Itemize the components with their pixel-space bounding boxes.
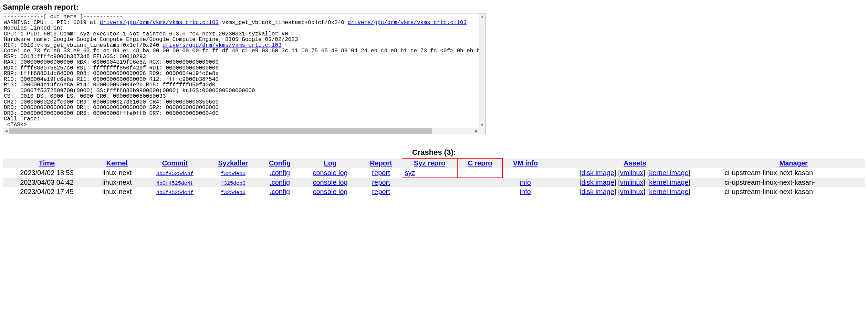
col-manager: Manager: [722, 159, 865, 168]
cell-c-repro: [457, 178, 502, 187]
cell-time: 2023/04/03 04:42: [3, 178, 91, 187]
report-link[interactable]: report: [372, 169, 390, 176]
col-vm-info: VM info: [503, 159, 548, 168]
cell-manager: ci-upstream-linux-next-kasan-: [722, 168, 865, 178]
asset-kernel-image-link[interactable]: kernel image: [649, 169, 689, 176]
col-assets: Assets: [548, 159, 722, 168]
cell-syz-repro: [402, 178, 457, 187]
col-config: Config: [259, 159, 300, 168]
cell-config: .config: [259, 178, 300, 187]
syzkaller-link[interactable]: f325deb0: [221, 190, 245, 196]
crashes-table: Time Kernel Commit Syzkaller Config Log …: [3, 158, 865, 196]
cell-time: 2023/04/02 18:53: [3, 168, 91, 178]
cell-config: .config: [259, 187, 300, 196]
cell-commit: 4b0f4525dc4f: [143, 168, 207, 178]
asset-kernel-image-link[interactable]: kernel image: [649, 179, 689, 186]
cell-commit: 4b0f4525dc4f: [143, 187, 207, 196]
crash-link-1[interactable]: drivers/gpu/drm/vkms/vkms_crtc.c:103: [100, 20, 219, 26]
horizontal-scrollbar[interactable]: ◀ ▶: [3, 128, 479, 134]
col-log: Log: [300, 159, 360, 168]
scroll-down-arrow-icon[interactable]: ▼: [479, 122, 485, 128]
cell-assets: [disk image] [vmlinux] [kernel image]: [548, 178, 722, 187]
crash-report-box: ------------[ cut here ]------------ WAR…: [3, 13, 485, 134]
commit-link[interactable]: 4b0f4525dc4f: [156, 171, 194, 177]
report-link[interactable]: report: [372, 188, 390, 195]
cell-report: report: [360, 178, 402, 187]
cell-vm-info: info: [503, 187, 548, 196]
asset-vmlinux-link[interactable]: vmlinux: [620, 169, 644, 176]
vertical-scrollbar[interactable]: ▲ ▼: [479, 13, 485, 128]
col-report: Report: [360, 159, 402, 168]
cell-syz-repro: syz: [402, 168, 457, 178]
cell-c-repro: [457, 187, 502, 196]
crash-link-2[interactable]: drivers/gpu/drm/vkms/vkms_crtc.c:103: [348, 20, 467, 26]
scrollbar-corner: [479, 128, 485, 134]
scroll-left-arrow-icon[interactable]: ◀: [3, 128, 9, 134]
scroll-right-arrow-icon[interactable]: ▶: [473, 128, 479, 134]
config-link[interactable]: .config: [270, 179, 290, 186]
asset-disk-image-link[interactable]: disk image: [582, 179, 615, 186]
vm-info-link[interactable]: info: [520, 188, 531, 195]
asset-kernel-image-link[interactable]: kernel image: [649, 188, 689, 195]
config-link[interactable]: .config: [270, 169, 290, 176]
cell-config: .config: [259, 168, 300, 178]
asset-disk-image-link[interactable]: disk image: [582, 169, 615, 176]
cell-report: report: [360, 187, 402, 196]
crashes-header-row: Time Kernel Commit Syzkaller Config Log …: [3, 159, 865, 168]
col-c-repro: C repro: [457, 159, 502, 168]
cell-log: console log: [300, 178, 360, 187]
col-syz-repro: Syz repro: [402, 159, 457, 168]
cell-assets: [disk image] [vmlinux] [kernel image]: [548, 168, 722, 178]
cell-kernel: linux-next: [91, 178, 143, 187]
cell-c-repro: [457, 168, 502, 178]
cell-syz-repro: [402, 187, 457, 196]
hscroll-track[interactable]: [9, 128, 473, 134]
vscroll-track[interactable]: [479, 19, 485, 122]
syz-repro-link[interactable]: syz: [405, 169, 415, 176]
cell-vm-info: info: [503, 178, 548, 187]
cell-log: console log: [300, 187, 360, 196]
commit-link[interactable]: 4b0f4525dc4f: [156, 190, 194, 196]
crashes-title: Crashes (3):: [3, 148, 865, 157]
hscroll-thumb[interactable]: [9, 128, 432, 134]
table-row: 2023/04/02 17:45linux-next4b0f4525dc4ff3…: [3, 187, 865, 196]
crash-report-text: ------------[ cut here ]------------ WAR…: [3, 13, 485, 128]
cell-syzkaller: f325deb0: [207, 168, 259, 178]
cell-kernel: linux-next: [91, 187, 143, 196]
cell-report: report: [360, 168, 402, 178]
cell-commit: 4b0f4525dc4f: [143, 178, 207, 187]
col-kernel: Kernel: [91, 159, 143, 168]
cell-assets: [disk image] [vmlinux] [kernel image]: [548, 187, 722, 196]
table-row: 2023/04/02 18:53linux-next4b0f4525dc4ff3…: [3, 168, 865, 178]
col-commit: Commit: [143, 159, 207, 168]
cell-syzkaller: f325deb0: [207, 178, 259, 187]
cell-vm-info: [503, 168, 548, 178]
cell-manager: ci-upstream-linux-next-kasan-: [722, 178, 865, 187]
log-link[interactable]: console log: [313, 169, 347, 176]
asset-vmlinux-link[interactable]: vmlinux: [620, 188, 644, 195]
report-link[interactable]: report: [372, 179, 390, 186]
table-row: 2023/04/03 04:42linux-next4b0f4525dc4ff3…: [3, 178, 865, 187]
syzkaller-link[interactable]: f325deb0: [221, 171, 245, 177]
cell-syzkaller: f325deb0: [207, 187, 259, 196]
cell-log: console log: [300, 168, 360, 178]
col-syzkaller: Syzkaller: [207, 159, 259, 168]
commit-link[interactable]: 4b0f4525dc4f: [156, 181, 194, 186]
cell-time: 2023/04/02 17:45: [3, 187, 91, 196]
cell-manager: ci-upstream-linux-next-kasan-: [722, 187, 865, 196]
syzkaller-link[interactable]: f325deb0: [221, 181, 245, 186]
col-time: Time: [3, 159, 91, 168]
asset-vmlinux-link[interactable]: vmlinux: [620, 179, 644, 186]
log-link[interactable]: console log: [313, 179, 347, 186]
asset-disk-image-link[interactable]: disk image: [582, 188, 615, 195]
vm-info-link[interactable]: info: [520, 179, 531, 186]
cell-kernel: linux-next: [91, 168, 143, 178]
crash-link-3[interactable]: drivers/gpu/drm/vkms/vkms_crtc.c:103: [163, 42, 282, 49]
config-link[interactable]: .config: [270, 188, 290, 195]
section-heading: Sample crash report:: [3, 3, 865, 12]
log-link[interactable]: console log: [313, 188, 347, 195]
scroll-up-arrow-icon[interactable]: ▲: [479, 13, 485, 19]
